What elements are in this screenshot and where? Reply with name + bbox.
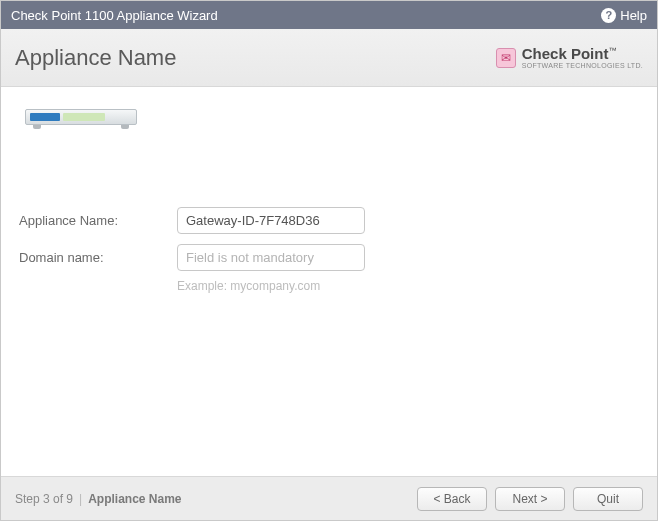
brand: ✉ Check Point™ SOFTWARE TECHNOLOGIES LTD…: [496, 46, 643, 69]
brand-logo-icon: ✉: [496, 48, 516, 68]
appliance-image: [25, 103, 137, 129]
title-bar: Check Point 1100 Appliance Wizard ? Help: [1, 1, 657, 29]
appliance-name-input[interactable]: [177, 207, 365, 234]
brand-main: Check Point: [522, 45, 609, 62]
appliance-name-label: Appliance Name:: [19, 213, 177, 228]
brand-sub: SOFTWARE TECHNOLOGIES LTD.: [522, 62, 643, 69]
window-title: Check Point 1100 Appliance Wizard: [11, 8, 601, 23]
header: Appliance Name ✉ Check Point™ SOFTWARE T…: [1, 29, 657, 87]
domain-name-row: Domain name:: [19, 244, 639, 271]
brand-text: Check Point™ SOFTWARE TECHNOLOGIES LTD.: [522, 46, 643, 69]
back-button[interactable]: < Back: [417, 487, 487, 511]
step-indicator: Step 3 of 9: [15, 492, 73, 506]
brand-tm: ™: [608, 46, 616, 55]
wizard-window: Check Point 1100 Appliance Wizard ? Help…: [0, 0, 658, 521]
page-title: Appliance Name: [15, 45, 496, 71]
domain-name-input[interactable]: [177, 244, 365, 271]
help-icon: ?: [601, 8, 616, 23]
step-name: Appliance Name: [88, 492, 181, 506]
domain-name-label: Domain name:: [19, 250, 177, 265]
next-button[interactable]: Next >: [495, 487, 565, 511]
help-button[interactable]: ? Help: [601, 8, 647, 23]
quit-button[interactable]: Quit: [573, 487, 643, 511]
appliance-name-row: Appliance Name:: [19, 207, 639, 234]
content: Appliance Name: Domain name: Example: my…: [1, 87, 657, 476]
footer: Step 3 of 9 | Appliance Name < Back Next…: [1, 476, 657, 520]
help-label: Help: [620, 8, 647, 23]
domain-hint: Example: mycompany.com: [177, 279, 639, 293]
footer-separator: |: [79, 492, 82, 506]
